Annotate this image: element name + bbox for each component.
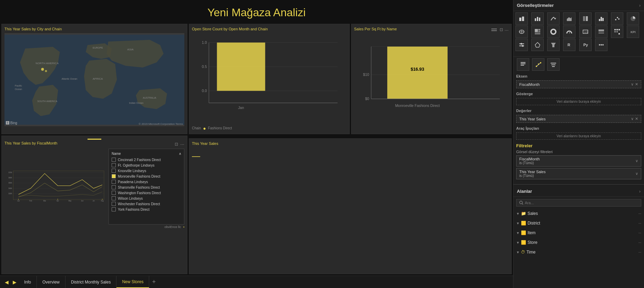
gorsel-arrow[interactable]: › [639,3,641,8]
filter-1[interactable]: FiscalMonth is (Tümü) ∨ [516,155,641,167]
legend-checkbox-0[interactable] [112,158,116,162]
viz-map[interactable] [515,26,528,38]
field-group-time: ▼ ⏱ Time ··· [513,247,644,257]
degerler-chevron[interactable]: ∨ [631,117,634,121]
viz-r-visual[interactable]: R [563,39,575,51]
field-group-sales-header[interactable]: ▼ 📁 Sales ··· [516,210,641,217]
legend-checkbox-8[interactable] [112,202,116,206]
viz-stacked-bar[interactable] [515,12,528,25]
viz-pie[interactable] [627,12,639,25]
viz-scatter[interactable] [611,12,623,25]
svg-point-95 [521,43,522,45]
tab-overview[interactable]: Overview [37,276,65,288]
item-icon: 🟨 [521,230,526,235]
svg-rect-103 [521,62,525,63]
legend-item-0: Cincinnati 2 Fashions Direct [112,158,181,162]
svg-text:1.0: 1.0 [202,40,207,44]
viz-card[interactable]: 123 [579,26,592,38]
obvience-label: obviEnce llc [164,225,181,229]
svg-text:$10: $10 [363,72,369,77]
legend-checkbox-6[interactable] [112,191,116,195]
tab-district-monthly[interactable]: District Monthly Sales [65,276,116,288]
legend-checkbox-9[interactable] [112,207,116,211]
hamburger-menu[interactable] [490,27,498,33]
alanlar-header: Alanlar › [513,186,644,197]
degerler-controls: ∨ ✕ [631,117,638,121]
store-label: Store [528,240,538,245]
legend-item-5: Sharonville Fashions Direct [112,185,181,189]
svg-text:May: May [69,200,72,202]
legend-checkbox-3[interactable] [112,174,116,178]
field-group-item-header[interactable]: ▼ 🟨 Item ··· [516,229,641,236]
fields-search-box[interactable] [516,199,641,207]
svg-rect-58 [522,17,524,21]
viz-ribbon[interactable] [579,12,592,25]
eksen-field[interactable]: FiscalMonth ∨ ✕ [516,80,641,88]
page-title: Yeni Mağaza Analizi [0,0,513,22]
store-more[interactable]: ··· [638,241,641,245]
degerler-x[interactable]: ✕ [635,117,638,121]
field-group-time-header[interactable]: ▼ ⏱ Time ··· [516,249,641,256]
add-tab-btn[interactable]: + [149,278,159,286]
svg-point-79 [551,29,556,34]
degerler-field[interactable]: This Year Sales ∨ ✕ [516,115,641,123]
eksen-chevron[interactable]: ∨ [631,82,634,87]
district-more[interactable]: ··· [638,221,641,225]
district-label: District [528,221,540,226]
viz-slicer[interactable] [515,39,528,51]
legend-checkbox-4[interactable] [112,180,116,184]
field-group-district-header[interactable]: ▼ 🟨 District ··· [516,220,641,227]
legend-checkbox-7[interactable] [112,196,116,200]
svg-point-107 [536,66,537,67]
legend-checkbox-2[interactable] [112,169,116,173]
arac-empty[interactable]: Veri alanlarını buraya ekleyin [516,132,641,140]
viz-more[interactable] [595,39,607,51]
viz-funnel[interactable] [547,39,560,51]
viz-kpi[interactable]: KPI [627,26,639,38]
gosterge-empty[interactable]: Veri alanlarını buraya ekleyin [516,98,641,105]
legend-checkbox-5[interactable] [112,185,116,189]
fields-search-input[interactable] [525,201,638,205]
tab-info[interactable]: Info [19,276,37,288]
viz-treemap[interactable] [531,26,544,38]
item-more[interactable]: ··· [638,231,641,235]
viz-table[interactable] [595,26,607,38]
alanlar-arrow[interactable]: › [639,189,641,194]
resize-handle[interactable] [88,139,101,140]
time-more[interactable]: ··· [638,250,641,254]
viz-clustered-bar[interactable] [531,12,544,25]
svg-rect-91 [619,33,620,34]
field-group-store-header[interactable]: ▼ 🟨 Store ··· [516,239,641,246]
more-options-icon[interactable]: ··· [180,141,184,147]
viz-gauge[interactable] [563,26,575,38]
tab-new-stores[interactable]: New Stores [116,276,149,288]
tab-prev-btn[interactable]: ◀ [3,276,11,288]
analytics-icon[interactable] [532,58,544,71]
filter-2-chevron[interactable]: ∨ [635,171,638,176]
filter-2-value: is (Tümü) [519,174,545,178]
viz-line-chart[interactable] [547,12,560,25]
filter-1-value: is (Tümü) [519,161,540,165]
expand-icon-sqft[interactable]: ⊡ [500,27,503,33]
viz-matrix[interactable] [611,26,623,38]
format-icon[interactable] [517,58,529,71]
legend-checkbox-1[interactable] [112,163,116,167]
svg-rect-64 [586,16,588,21]
viz-shape-map[interactable] [531,39,544,51]
expand-icon[interactable]: ⊡ [175,142,178,147]
viz-python[interactable]: Py [579,39,592,51]
fields-vis-icon[interactable] [547,58,560,71]
tab-next-btn[interactable]: ▶ [11,276,19,288]
filter-1-chevron[interactable]: ∨ [635,159,638,163]
viz-area-chart[interactable] [563,12,575,25]
sales-more[interactable]: ··· [638,212,641,216]
viz-waterfall[interactable] [595,12,607,25]
filter-2[interactable]: This Year Sales is (Tümü) ∨ [516,168,641,179]
viz-donut[interactable] [547,26,560,38]
viz-grid: 123 KPI [513,11,644,52]
svg-rect-76 [538,29,540,30]
eksen-x[interactable]: ✕ [635,82,638,87]
svg-rect-77 [538,31,540,32]
map-background[interactable]: NORTH AMERICA SOUTH AMERICA ASIA EUROPE … [4,33,184,126]
more-options-sqft[interactable]: ··· [504,27,509,33]
